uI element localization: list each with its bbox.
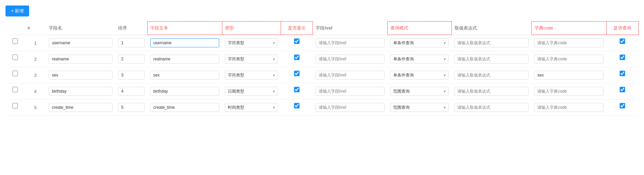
row-1-query-select[interactable]: 单条件查询范围查询模糊查询 <box>390 38 449 47</box>
th-href: 字段href <box>313 22 388 35</box>
row-5-expr-input[interactable] <box>454 103 529 112</box>
row-3-show-cell <box>281 67 313 80</box>
row-2-isq-checkbox[interactable] <box>620 55 625 60</box>
row-5-num: 5 <box>25 100 46 116</box>
row-5-type-select[interactable]: 字符类型日期类型时间类型数字类型 <box>225 103 278 112</box>
row-5-isq-checkbox[interactable] <box>620 103 625 108</box>
row-4-order-input[interactable] <box>118 87 144 96</box>
row-5-show-checkbox[interactable] <box>294 103 300 108</box>
table-row: 5字符类型日期类型时间类型数字类型▼单条件查询范围查询模糊查询▼ <box>5 100 639 116</box>
row-5-checkbox[interactable] <box>12 103 18 108</box>
row-1-code-input[interactable] <box>534 38 604 47</box>
table-row: 2字符类型日期类型时间类型数字类型▼单条件查询范围查询模糊查询▼ <box>5 51 639 67</box>
row-3-order-cell <box>115 67 147 83</box>
row-1-href-input[interactable] <box>316 38 385 47</box>
row-3-field-input[interactable] <box>49 71 113 80</box>
row-3-code-cell <box>531 67 606 83</box>
row-4-code-input[interactable] <box>534 87 604 96</box>
row-3-type-select[interactable]: 字符类型日期类型时间类型数字类型 <box>225 71 278 80</box>
row-4-type-select[interactable]: 字符类型日期类型时间类型数字类型 <box>225 87 278 96</box>
row-1-order-cell <box>115 35 147 51</box>
table-row: 4字符类型日期类型时间类型数字类型▼单条件查询范围查询模糊查询▼ <box>5 83 639 100</box>
row-3-href-cell <box>313 67 388 83</box>
row-5-href-cell <box>313 100 388 116</box>
th-show: 是否显示 <box>281 22 313 35</box>
row-4-order-cell <box>115 83 147 100</box>
table-row: 1字符类型日期类型时间类型数字类型▼单条件查询范围查询模糊查询▼ <box>5 35 639 51</box>
row-4-show-cell <box>281 83 313 96</box>
row-4-field-cell <box>46 83 115 100</box>
row-5-field-cell <box>46 100 115 116</box>
row-1-show-checkbox[interactable] <box>294 38 300 44</box>
row-2-code-input[interactable] <box>534 55 604 63</box>
row-2-type-cell: 字符类型日期类型时间类型数字类型▼ <box>222 51 281 67</box>
row-3-query-cell: 单条件查询范围查询模糊查询▼ <box>387 67 452 83</box>
row-1-expr-cell <box>452 35 531 51</box>
row-4-href-input[interactable] <box>316 87 385 96</box>
table-wrap: #字段名排序字段文本类型是否显示字段href查询模式取值表达式字典code是否查… <box>5 21 639 116</box>
row-2-expr-input[interactable] <box>454 55 529 63</box>
row-2-href-cell <box>313 51 388 67</box>
row-3-isq-checkbox[interactable] <box>620 71 625 76</box>
row-5-type-cell: 字符类型日期类型时间类型数字类型▼ <box>222 100 281 116</box>
row-2-field-input[interactable] <box>49 55 113 63</box>
row-1-code-cell <box>531 35 606 51</box>
row-3-expr-cell <box>452 67 531 83</box>
row-2-show-cell <box>281 51 313 63</box>
row-5-href-input[interactable] <box>316 103 385 112</box>
row-2-show-checkbox[interactable] <box>294 55 300 60</box>
row-3-type-cell: 字符类型日期类型时间类型数字类型▼ <box>222 67 281 83</box>
row-2-href-input[interactable] <box>316 55 385 63</box>
row-2-checkbox[interactable] <box>12 55 18 60</box>
row-3-checkbox[interactable] <box>12 71 18 76</box>
row-3-query-select[interactable]: 单条件查询范围查询模糊查询 <box>390 71 449 80</box>
row-3-expr-input[interactable] <box>454 71 529 80</box>
row-5-text-input[interactable] <box>150 103 220 112</box>
row-2-expr-cell <box>452 51 531 67</box>
row-1-checkbox[interactable] <box>12 38 18 44</box>
row-1-check-cell <box>5 35 25 47</box>
row-2-order-input[interactable] <box>118 55 144 63</box>
row-4-field-input[interactable] <box>49 87 113 96</box>
row-5-field-input[interactable] <box>49 103 113 112</box>
row-3-text-input[interactable] <box>150 71 220 80</box>
th-type: 类型 <box>222 22 281 35</box>
row-1-expr-input[interactable] <box>454 38 529 47</box>
table-row: 3字符类型日期类型时间类型数字类型▼单条件查询范围查询模糊查询▼ <box>5 67 639 83</box>
row-5-text-cell <box>148 100 222 116</box>
row-1-text-input[interactable] <box>150 38 220 47</box>
row-3-show-checkbox[interactable] <box>294 71 300 76</box>
row-5-query-select[interactable]: 单条件查询范围查询模糊查询 <box>390 103 449 112</box>
row-5-show-cell <box>281 100 313 112</box>
row-3-code-input[interactable] <box>534 71 604 80</box>
row-3-href-input[interactable] <box>316 71 385 80</box>
th-expr: 取值表达式 <box>452 22 531 35</box>
row-5-query-cell: 单条件查询范围查询模糊查询▼ <box>387 100 452 116</box>
row-4-num: 4 <box>25 83 46 100</box>
row-1-order-input[interactable] <box>118 38 144 47</box>
row-3-order-input[interactable] <box>118 71 144 80</box>
row-4-show-checkbox[interactable] <box>294 87 300 92</box>
add-button[interactable]: + 新增 <box>5 5 29 16</box>
row-4-type-cell: 字符类型日期类型时间类型数字类型▼ <box>222 83 281 100</box>
row-1-type-select[interactable]: 字符类型日期类型时间类型数字类型 <box>225 38 278 47</box>
row-1-field-input[interactable] <box>49 38 113 47</box>
row-5-order-input[interactable] <box>118 103 144 112</box>
th-order: 排序 <box>115 22 147 35</box>
row-1-isq-checkbox[interactable] <box>620 38 625 44</box>
row-5-expr-cell <box>452 100 531 116</box>
row-4-query-select[interactable]: 单条件查询范围查询模糊查询 <box>390 87 449 96</box>
row-3-field-cell <box>46 67 115 83</box>
row-4-expr-input[interactable] <box>454 87 529 96</box>
row-4-query-cell: 单条件查询范围查询模糊查询▼ <box>387 83 452 100</box>
row-2-isq-cell <box>606 51 638 63</box>
row-4-code-cell <box>531 83 606 100</box>
row-2-query-select[interactable]: 单条件查询范围查询模糊查询 <box>390 55 449 63</box>
row-4-isq-checkbox[interactable] <box>620 87 625 92</box>
row-4-text-input[interactable] <box>150 87 220 96</box>
row-4-checkbox[interactable] <box>12 87 18 92</box>
row-2-text-input[interactable] <box>150 55 220 63</box>
row-5-code-input[interactable] <box>534 103 604 112</box>
row-2-code-cell <box>531 51 606 67</box>
row-2-type-select[interactable]: 字符类型日期类型时间类型数字类型 <box>225 55 278 63</box>
